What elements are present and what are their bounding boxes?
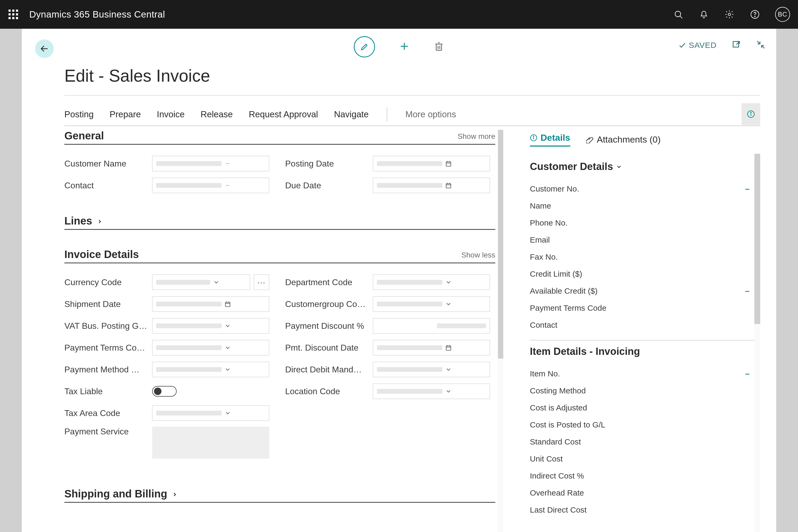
chevron-down-icon[interactable] xyxy=(442,275,455,290)
tab-invoice[interactable]: Invoice xyxy=(157,109,185,119)
label-shipment-date: Shipment Date xyxy=(64,299,152,309)
fb-label: Cost is Adjusted xyxy=(530,403,587,412)
chevron-right-icon xyxy=(172,488,178,500)
ellipsis-icon[interactable]: ··· xyxy=(222,178,234,193)
fb-value[interactable]: – xyxy=(745,286,749,296)
vat-bus-input[interactable] xyxy=(152,318,269,334)
chevron-down-icon[interactable] xyxy=(442,362,455,377)
fb-label: Name xyxy=(530,201,551,210)
calendar-icon[interactable] xyxy=(442,156,455,171)
label-tax-liable: Tax Liable xyxy=(64,386,152,396)
calendar-icon[interactable] xyxy=(442,178,455,193)
chevron-down-icon[interactable] xyxy=(442,297,455,311)
calendar-icon[interactable] xyxy=(222,297,234,311)
fb-value[interactable]: – xyxy=(745,184,749,193)
chevron-down-icon[interactable] xyxy=(222,340,234,355)
brand-title: Dynamics 365 Business Central xyxy=(29,9,165,20)
factbox-customer-details-header[interactable]: Customer Details xyxy=(530,161,760,172)
due-date-input[interactable] xyxy=(373,178,490,193)
payment-discount-pct-input[interactable] xyxy=(373,318,490,334)
section-shipping-header[interactable]: Shipping and Billing xyxy=(64,488,495,503)
shipment-date-input[interactable] xyxy=(152,296,269,312)
section-lines-header[interactable]: Lines xyxy=(64,215,495,230)
factbox-scrollbar[interactable] xyxy=(754,154,760,532)
fb-value[interactable]: – xyxy=(745,369,749,378)
tab-navigate[interactable]: Navigate xyxy=(334,109,369,119)
factbox-item-details-header[interactable]: Item Details - Invoicing xyxy=(530,346,760,357)
main-content: General Show more Customer Name ··· Cont… xyxy=(64,130,495,532)
scrollbar-thumb[interactable] xyxy=(754,154,760,324)
divider xyxy=(64,95,760,96)
separator xyxy=(387,108,387,121)
calendar-icon[interactable] xyxy=(442,340,455,355)
new-button[interactable] xyxy=(399,41,410,53)
collapse-button[interactable] xyxy=(756,40,765,51)
currency-extra-button[interactable]: ··· xyxy=(254,274,269,290)
customer-name-input[interactable]: ··· xyxy=(152,156,269,171)
label-payment-method: Payment Method … xyxy=(64,365,152,375)
fb-label: Indirect Cost % xyxy=(530,471,584,480)
fb-label: Contact xyxy=(530,321,557,329)
topbar: Dynamics 365 Business Central BC xyxy=(0,0,798,29)
edit-button[interactable] xyxy=(354,36,375,57)
popout-button[interactable] xyxy=(732,40,741,51)
pmt-discount-date-input[interactable] xyxy=(373,340,490,355)
fb-label: Fax No. xyxy=(530,252,558,262)
department-code-input[interactable] xyxy=(373,274,490,290)
currency-code-input[interactable] xyxy=(152,274,250,290)
tab-release[interactable]: Release xyxy=(201,109,233,119)
contact-input[interactable]: ··· xyxy=(152,178,269,193)
posting-date-input[interactable] xyxy=(373,156,490,171)
fb-label: Cost is Posted to G/L xyxy=(530,420,605,429)
app-launcher-icon[interactable] xyxy=(8,9,19,20)
payment-method-input[interactable] xyxy=(152,362,269,377)
back-button[interactable] xyxy=(35,39,54,58)
page-card: SAVED Edit - Sales Invoice Posting Prepa… xyxy=(22,29,776,532)
label-direct-debit: Direct Debit Mand… xyxy=(285,365,373,375)
direct-debit-input[interactable] xyxy=(373,362,490,377)
chevron-down-icon[interactable] xyxy=(210,275,222,290)
avatar[interactable]: BC xyxy=(775,7,790,22)
chevron-down-icon[interactable] xyxy=(222,406,234,421)
fb-label: Phone No. xyxy=(530,218,568,227)
gear-icon[interactable] xyxy=(724,9,735,20)
location-code-input[interactable] xyxy=(373,384,490,399)
tab-prepare[interactable]: Prepare xyxy=(110,109,141,119)
delete-button[interactable] xyxy=(434,41,444,53)
factbox-tab-attachments[interactable]: Attachments (0) xyxy=(586,134,661,145)
label-payment-terms: Payment Terms Co… xyxy=(64,343,152,353)
label-payment-service: Payment Service xyxy=(64,427,152,437)
page-title: Edit - Sales Invoice xyxy=(64,66,210,86)
fb-label: Payment Terms Code xyxy=(530,304,607,312)
customergroup-input[interactable] xyxy=(373,296,490,312)
chevron-down-icon[interactable] xyxy=(222,318,234,333)
label-department-code: Department Code xyxy=(285,278,373,287)
bell-icon[interactable] xyxy=(699,9,709,20)
payment-service-box[interactable] xyxy=(152,427,269,459)
help-icon[interactable] xyxy=(749,9,760,20)
tab-posting[interactable]: Posting xyxy=(64,109,94,119)
ellipsis-icon[interactable]: ··· xyxy=(222,156,234,171)
factbox-toggle-button[interactable] xyxy=(742,103,760,125)
label-due-date: Due Date xyxy=(285,180,373,190)
chevron-down-icon[interactable] xyxy=(442,384,455,399)
show-less-link[interactable]: Show less xyxy=(461,251,495,261)
search-icon[interactable] xyxy=(673,9,684,20)
scrollbar-thumb[interactable] xyxy=(498,130,503,359)
fb-label: Standard Cost xyxy=(530,437,581,446)
fb-label: Item No. xyxy=(530,369,560,378)
tax-liable-toggle[interactable] xyxy=(152,386,177,397)
payment-terms-input[interactable] xyxy=(152,340,269,355)
section-general-header[interactable]: General Show more xyxy=(64,130,495,145)
tab-request-approval[interactable]: Request Approval xyxy=(249,109,318,119)
label-tax-area: Tax Area Code xyxy=(64,408,152,418)
info-icon xyxy=(530,134,537,141)
label-customergroup: Customergroup Co… xyxy=(285,299,373,309)
tax-area-input[interactable] xyxy=(152,405,269,421)
section-invoice-details-header[interactable]: Invoice Details Show less xyxy=(64,248,495,263)
more-options[interactable]: More options xyxy=(405,109,456,119)
factbox-tab-details[interactable]: Details xyxy=(530,132,570,147)
main-scrollbar[interactable] xyxy=(498,130,503,532)
show-more-link[interactable]: Show more xyxy=(457,132,495,142)
chevron-down-icon[interactable] xyxy=(222,362,234,377)
